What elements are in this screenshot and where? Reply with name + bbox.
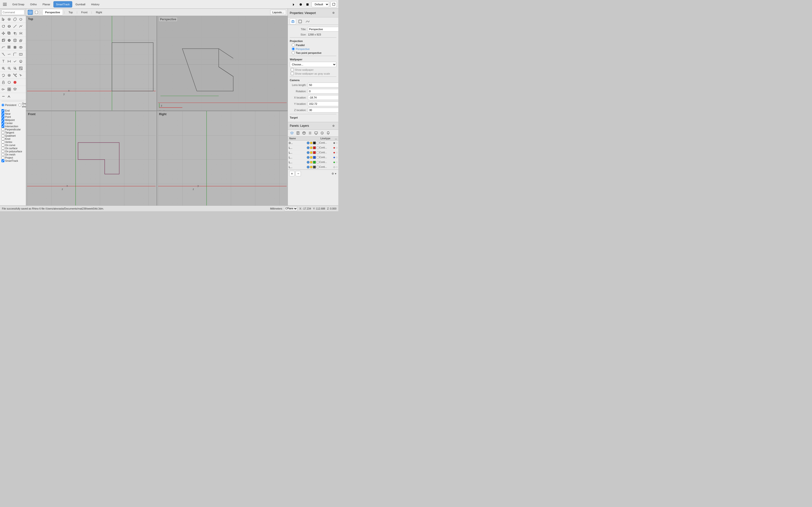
snap-vertex[interactable] — [1, 140, 4, 144]
group-tool[interactable] — [6, 87, 12, 92]
polyline-tool[interactable] — [18, 23, 24, 29]
boolean-tool[interactable] — [18, 44, 24, 50]
mirror-tool[interactable] — [18, 31, 24, 36]
menu-button[interactable] — [1, 1, 8, 8]
move-objects-tool[interactable] — [6, 94, 12, 99]
zoom-window-tool[interactable] — [12, 65, 18, 71]
line-tool[interactable] — [12, 23, 18, 29]
tab-top[interactable]: Top — [66, 9, 75, 15]
text-tool[interactable] — [0, 58, 6, 64]
perspective-radio[interactable] — [292, 47, 295, 50]
extend-tool[interactable] — [6, 51, 12, 57]
split-tool[interactable] — [18, 51, 24, 57]
persistent-radio[interactable] — [1, 104, 4, 107]
layer-settings-btn[interactable]: ⚙ ▾ — [331, 171, 337, 176]
layers-tool[interactable] — [12, 87, 18, 92]
layer-row[interactable]: D... Conti... ◆ □ — [288, 140, 338, 145]
rotation-field[interactable] — [308, 89, 338, 94]
add-layer-button[interactable]: + — [289, 171, 295, 176]
expand-button[interactable] — [331, 1, 337, 7]
select-tool[interactable] — [0, 16, 6, 22]
default-dropdown[interactable]: Default — [311, 1, 329, 7]
snap-near[interactable] — [1, 112, 4, 115]
layer-row[interactable]: L... Conti... ◆ □ — [288, 160, 338, 165]
command-input[interactable] — [1, 10, 24, 15]
play-button[interactable]: ⏵ — [291, 2, 297, 7]
properties-settings-button[interactable]: ⚙ — [331, 10, 337, 16]
snap-smarttrack[interactable] — [1, 159, 4, 162]
layouts-button[interactable]: Layouts... — [270, 10, 286, 15]
snap-point[interactable] — [1, 115, 4, 118]
smarttrack-button[interactable]: SmartTrack — [53, 1, 72, 7]
two-point-radio[interactable] — [292, 51, 295, 54]
title-field[interactable] — [308, 27, 338, 32]
snap-tangent[interactable] — [1, 131, 4, 134]
prop-tab-curve[interactable] — [304, 18, 311, 24]
viewport-right[interactable]: Right — [157, 111, 288, 206]
viewport-front[interactable]: Front — [26, 111, 157, 206]
layers-settings-button[interactable]: ⚙ — [331, 123, 337, 129]
layer-row[interactable]: L... Conti... ◆ □ — [288, 150, 338, 155]
extrude-tool[interactable] — [18, 38, 24, 43]
parallel-radio[interactable] — [292, 44, 295, 47]
history-button[interactable]: History — [89, 1, 102, 7]
snap-center[interactable] — [1, 122, 4, 125]
z-location-field[interactable] — [308, 108, 338, 113]
record-button[interactable]: ⏺ — [298, 2, 303, 7]
zoom-out-tool[interactable] — [6, 65, 12, 71]
ortho-button[interactable]: Ortho — [28, 1, 40, 7]
show-gray-check[interactable] — [291, 72, 294, 75]
sphere-tool[interactable] — [6, 38, 12, 43]
one-shot-radio[interactable] — [18, 104, 21, 107]
snap-quadrant[interactable] — [1, 134, 4, 137]
grid-view-icon[interactable] — [28, 10, 33, 15]
gumball-button[interactable]: Gumball — [73, 1, 88, 7]
network-tool[interactable] — [12, 72, 18, 78]
object-props-tool[interactable] — [0, 87, 6, 92]
point-tool[interactable] — [6, 16, 12, 22]
grid-tool[interactable] — [12, 44, 18, 50]
arrow-tool[interactable] — [18, 72, 24, 78]
lens-field[interactable] — [308, 82, 338, 88]
zoom-in-tool[interactable] — [0, 65, 6, 71]
remove-layer-button[interactable]: − — [296, 171, 301, 176]
layers-icon-page[interactable] — [295, 130, 301, 136]
viewport-perspective[interactable]: Perspective — [157, 16, 288, 111]
stop-button[interactable]: ⏹ — [305, 2, 310, 7]
layers-icon-help[interactable]: ? — [319, 130, 325, 136]
layers-icon-screen[interactable] — [313, 130, 319, 136]
snap-on-mesh[interactable] — [1, 153, 4, 156]
layers-icon-bell[interactable] — [325, 130, 331, 136]
planar-button[interactable]: Planar — [40, 1, 53, 7]
array-tool[interactable] — [6, 44, 12, 50]
dimension-tool[interactable] — [6, 58, 12, 64]
tab-right[interactable]: Right — [94, 9, 105, 15]
analyze-tool[interactable] — [18, 58, 24, 64]
single-view-icon[interactable] — [34, 10, 39, 15]
render-tool[interactable] — [6, 72, 12, 78]
wallpaper-dropdown[interactable]: Choose... — [290, 62, 337, 67]
layers-icon-cube[interactable] — [301, 130, 307, 136]
y-location-field[interactable] — [308, 101, 338, 106]
polygon-select-tool[interactable] — [12, 16, 18, 22]
cplane-dropdown[interactable]: CPlane — [284, 206, 298, 211]
layer-row[interactable]: L... Conti... ◆ □ — [288, 155, 338, 160]
rotate-view-tool[interactable] — [0, 72, 6, 78]
prop-tab-box[interactable] — [297, 18, 303, 24]
tab-front[interactable]: Front — [79, 9, 90, 15]
snap-project[interactable] — [1, 156, 4, 159]
layer-row[interactable]: L... Conti... ◆ □ — [288, 145, 338, 150]
show-wallpaper-check[interactable] — [291, 68, 294, 71]
prop-tab-camera[interactable] — [290, 18, 296, 24]
move-tool[interactable] — [0, 31, 6, 36]
box-tool[interactable] — [0, 38, 6, 43]
patch-tool[interactable] — [0, 44, 6, 50]
lasso-tool[interactable] — [18, 16, 24, 22]
snap-perpendicular[interactable] — [1, 128, 4, 131]
check-tool[interactable] — [12, 58, 18, 64]
snap-intersection[interactable] — [1, 125, 4, 128]
snap-on-surface[interactable] — [1, 147, 4, 150]
viewport-top[interactable]: Top — [26, 16, 157, 111]
trim-tool[interactable] — [0, 51, 6, 57]
cylinder-tool[interactable] — [12, 38, 18, 43]
